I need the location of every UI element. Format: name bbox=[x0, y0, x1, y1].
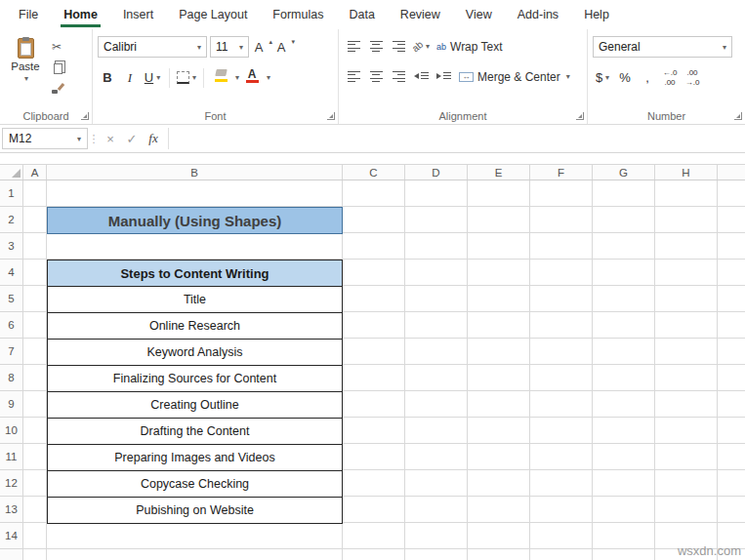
row-header-11[interactable]: 11 bbox=[0, 444, 22, 470]
table-row[interactable]: Finalizing Sources for Content bbox=[48, 365, 342, 391]
align-left-button[interactable] bbox=[344, 66, 363, 87]
paste-button[interactable]: Paste ▾ bbox=[5, 33, 46, 106]
row-header-14[interactable]: 14 bbox=[0, 523, 22, 549]
name-box[interactable]: M12 ▾ bbox=[2, 128, 88, 149]
drag-handle-icon[interactable]: ⋮ bbox=[88, 133, 100, 145]
italic-button[interactable]: I bbox=[120, 67, 140, 88]
table-row[interactable]: Creating Outline bbox=[48, 391, 342, 418]
enter-button[interactable]: ✓ bbox=[121, 132, 143, 146]
fill-color-button[interactable] bbox=[211, 67, 230, 88]
table-row[interactable]: Preparing Images and Videos bbox=[48, 444, 342, 470]
format-painter-button[interactable] bbox=[52, 81, 63, 95]
row-header-7[interactable]: 7 bbox=[0, 339, 22, 365]
tab-home[interactable]: Home bbox=[51, 0, 110, 29]
number-format-value: General bbox=[599, 40, 641, 54]
decrease-decimal-button[interactable]: .00 →.0 bbox=[683, 67, 702, 88]
table-row[interactable]: Online Research bbox=[48, 312, 342, 339]
row-header-6[interactable]: 6 bbox=[0, 312, 22, 339]
tab-insert[interactable]: Insert bbox=[110, 0, 166, 29]
column-header-b[interactable]: B bbox=[47, 165, 343, 180]
accounting-format-button[interactable]: $ ▾ bbox=[593, 67, 612, 88]
table-row[interactable]: Keyword Analysis bbox=[48, 339, 342, 365]
font-group-label: Font bbox=[93, 110, 338, 122]
tab-help[interactable]: Help bbox=[571, 0, 622, 29]
top-align-button[interactable] bbox=[344, 36, 363, 57]
bold-button[interactable]: B bbox=[98, 67, 117, 88]
font-size-combo[interactable]: 11 ▾ bbox=[210, 36, 249, 58]
tab-formulas[interactable]: Formulas bbox=[260, 0, 336, 29]
wrap-text-button[interactable]: ab Wrap Text bbox=[434, 36, 506, 57]
row-header-3[interactable]: 3 bbox=[0, 233, 22, 260]
increase-indent-button[interactable] bbox=[434, 66, 453, 87]
font-group: Calibri ▾ 11 ▾ A ▴ A ▾ B I bbox=[93, 29, 339, 124]
align-center-icon bbox=[370, 71, 383, 82]
column-header-filler bbox=[718, 165, 745, 180]
scissors-icon: ✂ bbox=[52, 40, 62, 54]
align-right-button[interactable] bbox=[389, 66, 408, 87]
row-header-13[interactable]: 13 bbox=[0, 497, 22, 523]
column-header-h[interactable]: H bbox=[655, 165, 718, 180]
number-dialog-launcher-icon[interactable] bbox=[734, 112, 742, 120]
tab-data[interactable]: Data bbox=[336, 0, 387, 29]
column-header-d[interactable]: D bbox=[405, 165, 468, 180]
row-header-5[interactable]: 5 bbox=[0, 286, 22, 312]
chevron-down-icon: ▾ bbox=[267, 73, 270, 82]
align-center-button[interactable] bbox=[366, 66, 386, 87]
number-format-combo[interactable]: General ▾ bbox=[593, 36, 732, 58]
cancel-button[interactable]: × bbox=[100, 132, 121, 146]
tab-page-layout[interactable]: Page Layout bbox=[166, 0, 260, 29]
tab-add-ins[interactable]: Add-ins bbox=[505, 0, 571, 29]
chevron-down-icon: ▾ bbox=[566, 72, 570, 81]
row-header-4[interactable]: 4 bbox=[0, 260, 22, 286]
alignment-dialog-launcher-icon[interactable] bbox=[576, 112, 584, 120]
tab-view[interactable]: View bbox=[453, 0, 505, 29]
merge-center-button[interactable]: ↔ Merge & Center ▾ bbox=[456, 66, 573, 87]
borders-button[interactable]: ▾ bbox=[177, 67, 196, 88]
increase-decimal-button[interactable]: ←.0 .00 bbox=[660, 67, 680, 88]
row-header-8[interactable]: 8 bbox=[0, 365, 22, 391]
copy-button[interactable] bbox=[52, 60, 62, 74]
chevron-down-icon: ▾ bbox=[24, 74, 28, 83]
row-header-10[interactable]: 10 bbox=[0, 418, 22, 444]
font-dialog-launcher-icon[interactable] bbox=[327, 112, 335, 120]
clipboard-dialog-launcher-icon[interactable] bbox=[81, 112, 89, 120]
increase-font-size-button[interactable]: A ▴ bbox=[252, 37, 271, 58]
row-header-12[interactable]: 12 bbox=[0, 470, 22, 497]
font-name-combo[interactable]: Calibri ▾ bbox=[98, 36, 207, 58]
decrease-font-size-button[interactable]: A ▾ bbox=[274, 37, 294, 58]
title-shape[interactable]: Manually (Using Shapes) bbox=[47, 207, 343, 234]
middle-align-button[interactable] bbox=[366, 36, 386, 57]
table-row[interactable]: Title bbox=[48, 286, 342, 312]
column-header-f[interactable]: F bbox=[530, 165, 593, 180]
row-header-1[interactable]: 1 bbox=[0, 180, 22, 207]
font-color-button[interactable]: A bbox=[242, 67, 262, 88]
table-row[interactable]: Drafting the Content bbox=[48, 418, 342, 444]
underline-button[interactable]: U ▾ bbox=[143, 67, 162, 88]
orientation-button[interactable]: ab ▾ bbox=[411, 36, 431, 57]
column-header-c[interactable]: C bbox=[343, 165, 405, 180]
paste-clipboard-icon bbox=[18, 38, 34, 59]
table-row[interactable]: Copycase Checking bbox=[48, 470, 342, 497]
chevron-up-icon: ▴ bbox=[269, 38, 272, 46]
table-row[interactable]: Pubishing on Website bbox=[48, 497, 342, 523]
row-header-2[interactable]: 2 bbox=[0, 207, 22, 233]
column-header-g[interactable]: G bbox=[593, 165, 655, 180]
tab-review[interactable]: Review bbox=[388, 0, 453, 29]
insert-function-button[interactable]: fx bbox=[143, 131, 164, 146]
sheet-cells[interactable]: Manually (Using Shapes) Steps to Content… bbox=[23, 180, 745, 560]
decrease-indent-button[interactable] bbox=[411, 66, 431, 87]
bottom-align-button[interactable] bbox=[389, 36, 408, 57]
steps-table-header[interactable]: Steps to Content Writing bbox=[48, 260, 342, 286]
font-size-value: 11 bbox=[216, 40, 228, 54]
formula-input[interactable] bbox=[168, 128, 743, 149]
row-header-9[interactable]: 9 bbox=[0, 391, 22, 418]
cut-button[interactable]: ✂ bbox=[52, 40, 62, 54]
tab-file[interactable]: File bbox=[6, 0, 51, 29]
comma-style-button[interactable]: , bbox=[638, 67, 657, 88]
percent-style-button[interactable]: % bbox=[615, 67, 635, 88]
align-left-icon bbox=[348, 71, 360, 82]
column-header-e[interactable]: E bbox=[468, 165, 530, 180]
fill-color-bar bbox=[215, 79, 228, 82]
column-header-a[interactable]: A bbox=[23, 165, 47, 180]
select-all-corner[interactable] bbox=[0, 165, 23, 180]
